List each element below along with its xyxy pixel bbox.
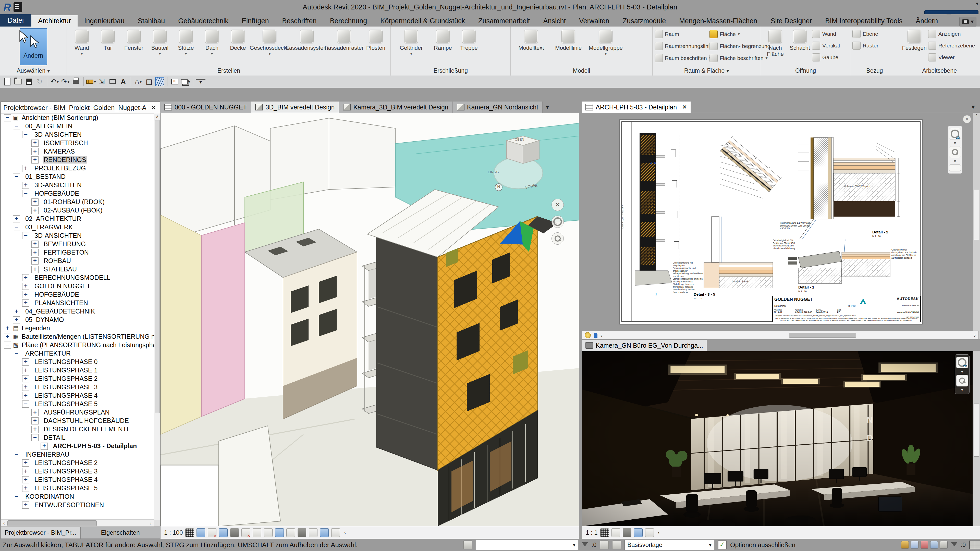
undo-icon[interactable]: ↶▾	[50, 76, 59, 87]
tree-item[interactable]: + PROJEKTBEZUG	[1, 164, 154, 172]
view-tab[interactable]: Kamera_3D_BIM veredelt Design	[339, 102, 452, 113]
measure-icon[interactable]: ▾	[86, 76, 96, 87]
ribbon-button-flaeche[interactable]: Fläche ▾	[710, 28, 762, 40]
ribbon-button[interactable]: Geländer ▾	[393, 28, 430, 66]
tree-item[interactable]: + ROHBAU	[1, 257, 154, 265]
ribbon-tab[interactable]: Gebäudetechnik	[172, 15, 235, 27]
panel-tab[interactable]: Projektbrowser - BIM_Pr...	[0, 527, 80, 539]
view-tab[interactable]: 000 - GOLDEN NUGGET	[160, 102, 251, 113]
tree-expand-icon[interactable]: +	[32, 207, 38, 214]
ribbon-button[interactable]: Bauteil ▾	[147, 28, 172, 66]
zoom-region-icon[interactable]	[949, 146, 961, 158]
scroll-right-icon[interactable]: ›	[974, 332, 976, 338]
tree-item[interactable]: + ARCH-LPH 5-03 - Detailplan	[1, 442, 154, 450]
ribbon-tab[interactable]: Architektur	[32, 15, 78, 27]
sheet-hscroll-thumb[interactable]	[789, 333, 856, 338]
tree-expand-icon[interactable]: −	[22, 232, 29, 239]
tree-item[interactable]: + ▤ Legenden	[1, 324, 154, 332]
tree-expand-icon[interactable]: +	[32, 249, 38, 256]
exclude-options-checkbox[interactable]: ✓	[718, 540, 727, 549]
unlocked-orientation-icon[interactable]	[264, 528, 272, 537]
tree-expand-icon[interactable]: −	[32, 434, 38, 441]
close-hidden-windows-icon[interactable]	[170, 76, 180, 87]
tree-expand-icon[interactable]: −	[13, 451, 20, 458]
sun-settings-icon[interactable]	[585, 332, 591, 338]
customize-quick-access-icon[interactable]: ▾	[196, 79, 205, 85]
viewcube-north-indicator[interactable]: N	[495, 183, 503, 191]
tree-item[interactable]: + GOLDEN NUGGET	[1, 282, 154, 290]
editing-requests-icon[interactable]	[901, 541, 909, 549]
tree-item[interactable]: + DACHSTUHL HOFGEBÄUDE	[1, 416, 154, 425]
tree-item[interactable]: + STAHLBAU	[1, 265, 154, 273]
tree-expand-icon[interactable]: +	[22, 384, 29, 391]
collapse-view-bar-icon[interactable]: ‹	[344, 529, 346, 536]
steering-wheel-icon[interactable]	[552, 216, 564, 228]
tree-expand-icon[interactable]: +	[32, 417, 38, 424]
tree-item[interactable]: + LEISTUNGSPHASE 4	[1, 391, 154, 400]
tree-item[interactable]: + DESIGN DECKENELEMENTE	[1, 425, 154, 433]
ribbon-tab[interactable]: Ingenieurbau	[78, 15, 131, 27]
ribbon-button[interactable]: Modelllinie	[550, 28, 587, 66]
panel-tab[interactable]: Eigenschaften	[80, 527, 160, 539]
displaced-elements-icon[interactable]	[320, 528, 329, 537]
tree-expand-icon[interactable]: −	[22, 190, 29, 197]
save-icon[interactable]	[24, 76, 34, 87]
default-3d-view-icon[interactable]: ⌂▾	[134, 76, 143, 87]
ribbon-display-toggle[interactable]: ▾	[959, 17, 977, 27]
crop-region-icon[interactable]	[645, 528, 654, 537]
tree-expand-icon[interactable]: +	[22, 375, 29, 383]
tree-item[interactable]: + ENTWURFSOPTIONEN	[1, 501, 154, 509]
tree-expand-icon[interactable]: +	[22, 476, 29, 483]
tree-expand-icon[interactable]: +	[32, 241, 38, 248]
tree-expand-icon[interactable]: +	[13, 316, 20, 324]
zoom-icon[interactable]	[552, 232, 564, 245]
location-icon[interactable]	[594, 333, 597, 338]
ribbon-tab[interactable]: Verwalten	[573, 15, 616, 27]
lighting-icon[interactable]	[219, 528, 228, 537]
navbar-minimize-icon[interactable]: –	[949, 164, 961, 171]
tree-item[interactable]: + KAMERAS	[1, 147, 154, 156]
tree-expand-icon[interactable]: −	[22, 400, 29, 408]
analysis-display-icon[interactable]	[331, 528, 340, 537]
ribbon-button-schacht[interactable]: Schacht	[788, 28, 811, 66]
tree-expand-icon[interactable]: +	[13, 215, 20, 222]
tree-item[interactable]: + ▦ Bauteillisten/Mengen (LISTENSORTIERU…	[1, 332, 154, 341]
ribbon-button-nach-flaeche[interactable]: Nach Fläche	[763, 28, 788, 66]
tree-item[interactable]: + LEISTUNGSPHASE 4	[1, 475, 154, 484]
view-tab-list-caret-icon[interactable]: ▼	[545, 104, 550, 110]
ribbon-button[interactable]: Raster	[853, 40, 878, 52]
design-options-icon[interactable]	[600, 540, 609, 549]
text-icon[interactable]: A	[118, 76, 128, 87]
wheel-caret-icon[interactable]: ▼	[953, 141, 957, 145]
ribbon-button[interactable]: Treppe	[456, 28, 482, 66]
new-file-icon[interactable]	[3, 76, 12, 87]
tree-expand-icon[interactable]: −	[13, 224, 20, 231]
tree-item[interactable]: − LEISTUNGSPHASE 5	[1, 400, 154, 408]
ribbon-tab[interactable]: Ansicht	[537, 15, 573, 27]
tree-expand-icon[interactable]: −	[4, 341, 11, 349]
view-tab[interactable]: 3D_BIM veredelt Design	[251, 102, 339, 113]
selection-filter-icon[interactable]	[951, 542, 957, 549]
tree-item[interactable]: + AUSFÜHRUNGSPLAN	[1, 408, 154, 416]
tree-expand-icon[interactable]: +	[22, 291, 29, 298]
temporary-view-properties-icon[interactable]	[309, 528, 318, 537]
tree-item[interactable]: + LEISTUNGSPHASE 5	[1, 484, 154, 492]
tree-item[interactable]: − 3D-ANSICHTEN	[1, 130, 154, 139]
select-toggle-icon[interactable]	[930, 541, 938, 549]
ribbon-button[interactable]: Gaube	[812, 52, 840, 63]
tag-by-category-icon[interactable]	[108, 76, 118, 87]
background-processes-icon[interactable]	[921, 541, 928, 549]
aligned-dimension-icon[interactable]: ⇲	[97, 76, 107, 87]
panel-splitter[interactable]	[579, 102, 582, 539]
ribbon-tab[interactable]: Beschriften	[275, 15, 323, 27]
ribbon-button[interactable]: Modelltext	[513, 28, 549, 66]
ribbon-button[interactable]: Modellgruppe ▾	[587, 28, 624, 66]
tree-expand-icon[interactable]: +	[22, 182, 29, 189]
tree-item[interactable]: + 05_DYNAMO	[1, 316, 154, 324]
tab-datei[interactable]: Datei	[0, 14, 32, 27]
tree-expand-icon[interactable]: +	[32, 426, 38, 433]
tree-item[interactable]: + LEISTUNGSPHASE 2	[1, 375, 154, 383]
ribbon-button-flaeche-beschriften[interactable]: Fläche beschriften ▾	[710, 52, 762, 64]
tree-expand-icon[interactable]: −	[4, 114, 11, 121]
reveal-hidden-elements-icon[interactable]	[286, 528, 295, 537]
